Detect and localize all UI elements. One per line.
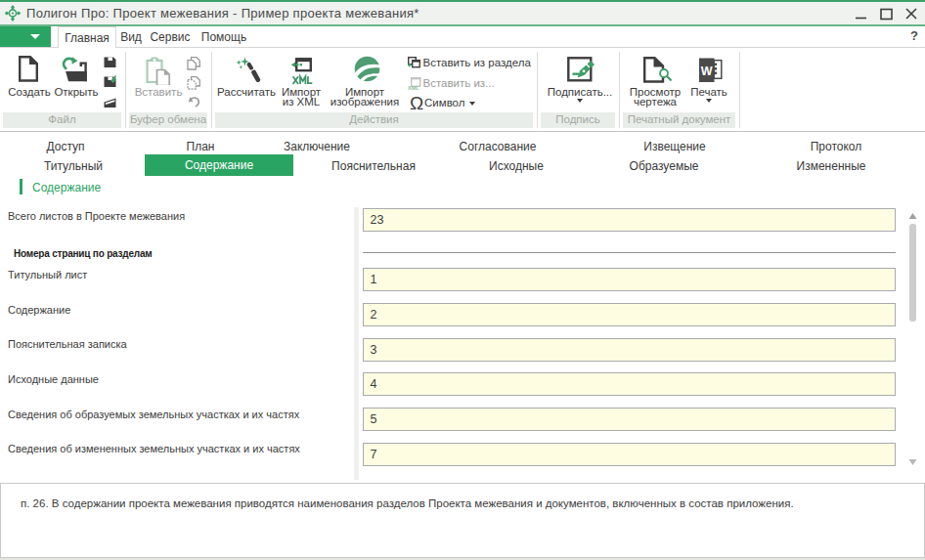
svg-text:XML: XML <box>408 84 419 90</box>
svg-text:W: W <box>701 65 713 78</box>
